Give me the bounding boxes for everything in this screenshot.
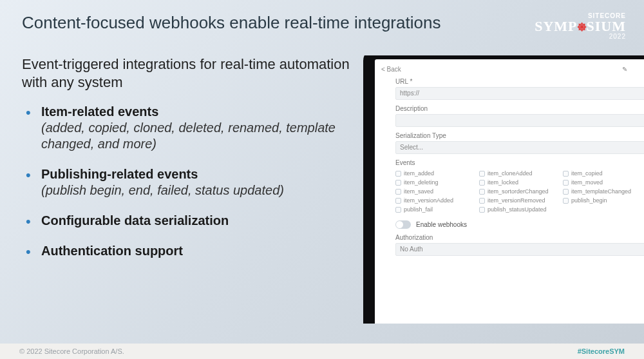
url-label: URL * xyxy=(395,78,644,85)
brand-logo: SITECORE SYMP⎈SIUM 2022 xyxy=(535,13,626,40)
event-cell[interactable]: publish_begin xyxy=(563,196,644,205)
events-row: item_deleting item_locked item_moved xyxy=(395,178,644,187)
checkbox-icon[interactable] xyxy=(395,180,401,186)
slide-title: Content-focused webhooks enable real-tim… xyxy=(22,13,440,33)
laptop-screen: < Back ✎ URL * https:// Description Seri… xyxy=(375,59,644,324)
event-cell[interactable]: item_deleting xyxy=(395,178,479,187)
events-row: publish_fail publish_statusUpdated xyxy=(395,205,644,214)
event-label: item_locked xyxy=(488,179,518,186)
event-cell[interactable]: publish_statusUpdated xyxy=(479,205,563,214)
bullet-strong: Authentication support xyxy=(41,244,183,258)
checkbox-icon[interactable] xyxy=(395,198,401,204)
checkbox-icon[interactable] xyxy=(479,207,485,213)
event-label: item_deleting xyxy=(404,179,439,186)
checkbox-icon[interactable] xyxy=(479,198,485,204)
checkbox-icon[interactable] xyxy=(563,189,569,195)
event-label: item_copied xyxy=(571,170,603,177)
checkbox-icon[interactable] xyxy=(563,198,569,204)
auth-select[interactable]: No Auth xyxy=(395,243,644,256)
event-cell[interactable]: item_versionAdded xyxy=(395,196,479,205)
event-label: item_saved xyxy=(404,188,433,195)
bullet-item: Item-related events (added, copied, clon… xyxy=(22,104,357,152)
bullet-list: Item-related events (added, copied, clon… xyxy=(22,104,357,259)
description-input[interactable] xyxy=(395,114,644,127)
event-cell[interactable]: item_templateChanged xyxy=(563,187,644,196)
screen-topbar: < Back ✎ xyxy=(381,66,644,73)
header: Content-focused webhooks enable real-tim… xyxy=(0,0,644,40)
brand-year: 2022 xyxy=(535,34,626,40)
event-cell[interactable]: item_cloneAdded xyxy=(479,169,563,178)
checkbox-icon[interactable] xyxy=(563,171,569,177)
event-label: item_added xyxy=(404,170,434,177)
bullet-item: Publishing-related events (publish begin… xyxy=(22,166,357,199)
event-cell[interactable]: item_saved xyxy=(395,187,479,196)
event-label: publish_fail xyxy=(404,206,433,213)
brand-post: SIUM xyxy=(587,18,626,34)
checkbox-icon[interactable] xyxy=(479,171,485,177)
checkbox-icon[interactable] xyxy=(479,189,485,195)
events-label: Events xyxy=(395,159,644,166)
back-link[interactable]: < Back xyxy=(381,66,401,73)
event-cell[interactable]: item_sortorderChanged xyxy=(479,187,563,196)
checkbox-icon[interactable] xyxy=(395,171,401,177)
events-grid: item_added item_cloneAdded item_copied i… xyxy=(395,169,644,214)
event-cell[interactable]: item_copied xyxy=(563,169,644,178)
checkbox-icon[interactable] xyxy=(395,207,401,213)
description-label: Description xyxy=(395,105,644,112)
bullet-strong: Configurable data serialization xyxy=(41,213,229,228)
copyright: © 2022 Sitecore Corporation A/S. xyxy=(19,347,124,355)
event-cell[interactable]: publish_fail xyxy=(395,205,479,214)
event-label: item_templateChanged xyxy=(571,188,631,195)
checkbox-icon[interactable] xyxy=(479,180,485,186)
bullet-item: Authentication support xyxy=(22,243,357,259)
checkbox-icon[interactable] xyxy=(563,180,569,186)
event-label: item_versionRemoved xyxy=(488,197,545,204)
event-label: item_cloneAdded xyxy=(488,170,533,177)
auth-label: Authorization xyxy=(395,234,644,241)
left-column: Event-triggered integrations for real-ti… xyxy=(22,55,357,324)
bullet-italic: (publish begin, end, failed, status upda… xyxy=(41,183,284,197)
right-column: < Back ✎ URL * https:// Description Seri… xyxy=(363,55,644,324)
serialization-select[interactable]: Select... xyxy=(395,141,644,154)
bullet-strong: Item-related events xyxy=(41,104,158,119)
event-label: item_sortorderChanged xyxy=(488,188,549,195)
slide: Content-focused webhooks enable real-tim… xyxy=(0,0,644,359)
laptop-frame: < Back ✎ URL * https:// Description Seri… xyxy=(363,55,644,324)
events-row: item_versionAdded item_versionRemoved pu… xyxy=(395,196,644,205)
url-input[interactable]: https:// xyxy=(395,87,644,100)
events-row: item_added item_cloneAdded item_copied xyxy=(395,169,644,178)
footer: © 2022 Sitecore Corporation A/S. #Siteco… xyxy=(0,344,644,359)
event-label: item_moved xyxy=(571,179,603,186)
event-cell[interactable]: item_locked xyxy=(479,178,563,187)
bullet-item: Configurable data serialization xyxy=(22,213,357,229)
event-cell xyxy=(563,205,644,214)
serialization-label: Serialization Type xyxy=(395,132,644,139)
events-row: item_saved item_sortorderChanged item_te… xyxy=(395,187,644,196)
hashtag: #SitecoreSYM xyxy=(578,347,625,355)
event-label: publish_begin xyxy=(571,197,607,204)
event-cell[interactable]: item_moved xyxy=(563,178,644,187)
checkbox-icon[interactable] xyxy=(395,189,401,195)
toggle-label: Enable webhooks xyxy=(416,221,467,228)
brand-main: SYMP⎈SIUM xyxy=(535,19,626,34)
toggle-switch[interactable] xyxy=(395,220,411,229)
pin-icon: ⎈ xyxy=(578,18,587,34)
edit-icon[interactable]: ✎ xyxy=(622,66,627,73)
bullet-italic: (added, copied, cloned, deleted, renamed… xyxy=(41,121,336,151)
enable-row: Enable webhooks xyxy=(395,220,644,229)
event-cell[interactable]: item_added xyxy=(395,169,479,178)
brand-pre: SYMP xyxy=(535,18,577,34)
body: Event-triggered integrations for real-ti… xyxy=(0,40,644,324)
event-label: item_versionAdded xyxy=(404,197,453,204)
event-label: publish_statusUpdated xyxy=(488,206,547,213)
bullet-strong: Publishing-related events xyxy=(41,167,198,181)
subtitle: Event-triggered integrations for real-ti… xyxy=(22,55,357,91)
event-cell[interactable]: item_versionRemoved xyxy=(479,196,563,205)
